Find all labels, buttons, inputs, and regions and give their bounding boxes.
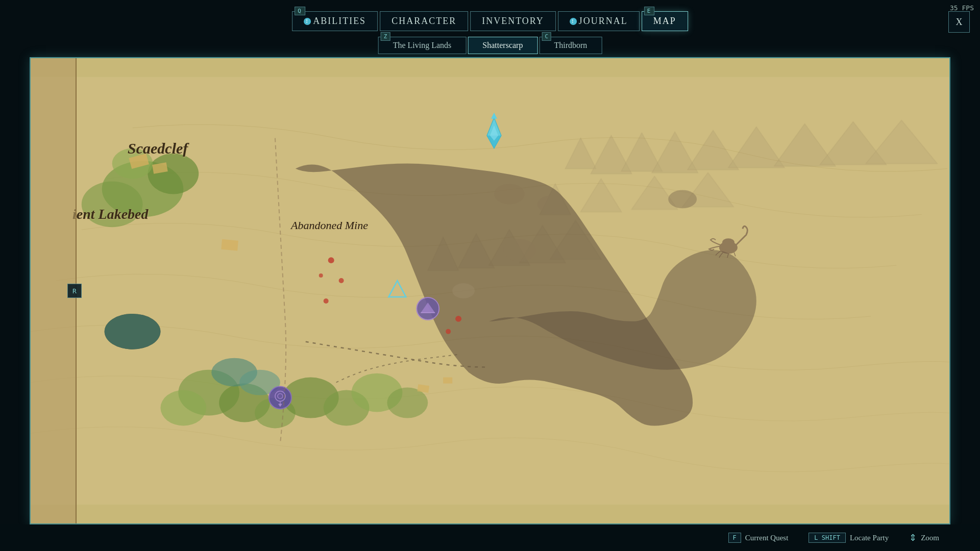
map-key: E [644, 7, 655, 15]
thirdborn-key: C [542, 32, 551, 41]
current-quest-key: F [728, 533, 741, 543]
svg-point-42 [339, 278, 344, 283]
svg-point-44 [319, 273, 323, 278]
sub-tab-thirdborn[interactable]: C Thirdborn [539, 37, 602, 54]
zoom-action[interactable]: ⇕ Zoom [909, 532, 939, 543]
sub-tab-thirdborn-label: Thirdborn [554, 41, 587, 49]
close-icon: X [956, 17, 963, 28]
tab-inventory-label: INVENTORY [482, 16, 544, 27]
tab-map[interactable]: E MAP [642, 11, 688, 31]
svg-point-8 [160, 390, 206, 426]
svg-rect-51 [443, 378, 452, 384]
living-lands-key: Z [381, 32, 390, 41]
current-quest-action[interactable]: F Current Quest [728, 533, 789, 543]
svg-point-13 [387, 388, 428, 418]
map-svg [31, 58, 949, 523]
fps-counter: 35 FPS [950, 4, 974, 12]
svg-point-4 [82, 181, 143, 227]
sub-tab-living-lands[interactable]: Z The Living Lands [378, 37, 467, 54]
svg-point-38 [668, 190, 697, 208]
svg-point-37 [537, 195, 563, 213]
map-container[interactable]: Scaedclef ient Lakebed Abandoned Mine R [30, 57, 950, 524]
tab-character[interactable]: CHARACTER [380, 11, 468, 31]
tab-abilities[interactable]: Q ! ABILITIES [292, 11, 378, 31]
tab-map-label: MAP [653, 16, 676, 27]
svg-point-53 [722, 238, 734, 246]
tab-journal-label: JOURNAL [579, 16, 628, 27]
locate-party-action[interactable]: L SHIFT Locate Party [808, 533, 889, 543]
locate-party-label: Locate Party [850, 534, 889, 542]
sub-tab-living-lands-label: The Living Lands [393, 41, 452, 49]
svg-point-46 [446, 329, 451, 334]
svg-point-43 [324, 298, 329, 304]
abilities-key: Q [295, 7, 305, 15]
svg-point-15 [105, 314, 161, 349]
current-quest-label: Current Quest [745, 534, 789, 542]
journal-notification: ! [570, 18, 577, 25]
sub-nav-bar: Z The Living Lands Shatterscarp C Thirdb… [378, 37, 602, 54]
zoom-label: Zoom [921, 534, 939, 542]
map-background: Scaedclef ient Lakebed Abandoned Mine R [31, 58, 949, 523]
zoom-icon: ⇕ [909, 532, 917, 543]
sub-tab-shatterscarp-label: Shatterscarp [482, 41, 523, 49]
bottom-bar: F Current Quest L SHIFT Locate Party ⇕ Z… [0, 524, 980, 551]
locate-party-key: L SHIFT [808, 533, 846, 543]
tab-inventory[interactable]: INVENTORY [470, 11, 556, 31]
svg-point-3 [148, 154, 199, 194]
abilities-notification: ! [304, 18, 311, 25]
nav-bar: Q ! ABILITIES CHARACTER INVENTORY ! JOUR… [292, 11, 688, 31]
svg-rect-49 [221, 239, 238, 251]
tab-journal[interactable]: ! JOURNAL [558, 11, 640, 31]
svg-point-45 [455, 316, 461, 322]
svg-point-39 [503, 239, 536, 261]
svg-point-36 [494, 184, 525, 204]
sub-tab-shatterscarp[interactable]: Shatterscarp [468, 37, 537, 54]
tab-character-label: CHARACTER [391, 16, 456, 27]
tab-abilities-label: ABILITIES [313, 16, 366, 27]
svg-point-40 [452, 283, 475, 298]
r-button[interactable]: R [67, 284, 82, 298]
close-button[interactable]: X [948, 11, 970, 33]
svg-point-41 [328, 257, 334, 263]
